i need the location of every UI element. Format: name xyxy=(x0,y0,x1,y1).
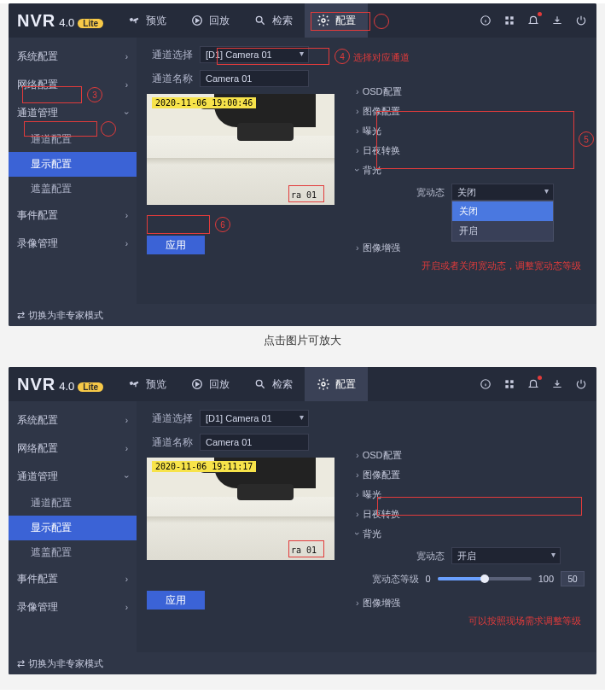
info-icon[interactable] xyxy=(479,14,492,27)
group-osd[interactable]: ›OSD配置 xyxy=(354,82,585,102)
sidebar-sub-channel-cfg[interactable]: 通道配置 xyxy=(9,491,137,516)
group-label: 图像增强 xyxy=(363,242,400,253)
apply-button[interactable]: 应用 xyxy=(147,236,205,254)
download-icon[interactable] xyxy=(550,14,564,27)
download-icon[interactable] xyxy=(550,377,564,391)
group-image-enhance[interactable]: ›图像增强 xyxy=(354,593,585,613)
svg-point-2 xyxy=(322,19,325,22)
titlebar: NVR 4.0 Lite 预览 回放 检索 配 xyxy=(9,367,596,401)
bell-icon[interactable] xyxy=(526,14,540,27)
wdr-level-slider[interactable] xyxy=(438,577,532,580)
slider-value[interactable]: 50 xyxy=(561,571,585,586)
tab-playback[interactable]: 回放 xyxy=(178,3,241,38)
tab-search[interactable]: 检索 xyxy=(241,367,305,401)
group-backlight[interactable]: ›背光 xyxy=(354,524,585,544)
tab-preview[interactable]: 预览 xyxy=(115,367,178,401)
group-daynight[interactable]: ›日夜转换 xyxy=(354,141,585,160)
group-label: 日夜转换 xyxy=(363,145,400,155)
brand-name: NVR xyxy=(17,11,55,31)
sidebar-item-label: 事件配置 xyxy=(17,208,58,223)
swap-icon: ⇄ xyxy=(17,310,23,321)
chevron-right-icon: › xyxy=(125,52,128,61)
wdr-level-slider-group: 0 100 50 xyxy=(426,571,585,586)
group-daynight[interactable]: ›日夜转换 xyxy=(354,505,585,524)
swap-icon: ⇄ xyxy=(17,658,23,669)
channel-select[interactable] xyxy=(200,46,309,63)
video-preview: 2020-11-06 19:00:46 ra 01 xyxy=(147,94,334,205)
sidebar-sub-display-cfg[interactable]: 显示配置 xyxy=(9,152,137,177)
power-icon[interactable] xyxy=(574,377,588,391)
sidebar-item-label: 系统配置 xyxy=(17,413,58,428)
chevron-right-icon: › xyxy=(125,603,128,612)
footer-toggle-mode[interactable]: ⇄ 切换为非专家模式 xyxy=(9,652,596,674)
sidebar-item-network[interactable]: 网络配置› xyxy=(9,435,137,463)
sidebar-item-event[interactable]: 事件配置› xyxy=(9,565,137,593)
sidebar-sub-mask-cfg[interactable]: 遮盖配置 xyxy=(9,177,137,201)
channel-name-input[interactable] xyxy=(200,434,309,451)
footer-label: 切换为非专家模式 xyxy=(28,309,103,322)
sidebar-sub-mask-cfg[interactable]: 遮盖配置 xyxy=(9,540,137,565)
chevron-down-icon: › xyxy=(122,475,131,478)
tab-settings[interactable]: 配置 xyxy=(305,367,368,401)
footer-toggle-mode[interactable]: ⇄ 切换为非专家模式 xyxy=(9,304,596,326)
group-exposure[interactable]: ›曝光 xyxy=(354,485,585,505)
group-image[interactable]: ›图像配置 xyxy=(354,102,585,121)
wdr-option-on[interactable]: 开启 xyxy=(452,221,553,241)
tab-search-label: 检索 xyxy=(272,14,293,28)
group-image[interactable]: ›图像配置 xyxy=(354,465,585,485)
wdr-select[interactable] xyxy=(451,547,561,564)
tab-playback[interactable]: 回放 xyxy=(178,367,241,401)
group-osd[interactable]: ›OSD配置 xyxy=(354,446,585,465)
grid-icon[interactable] xyxy=(503,14,516,27)
tab-settings-label: 配置 xyxy=(335,14,356,28)
sidebar-sub-channel-cfg[interactable]: 通道配置 xyxy=(9,127,137,152)
sidebar-item-label: 网络配置 xyxy=(17,441,58,456)
sidebar-item-network[interactable]: 网络配置› xyxy=(9,71,137,99)
sidebar-sub-display-cfg[interactable]: 显示配置 xyxy=(9,516,137,540)
group-label: 背光 xyxy=(363,165,381,175)
slider-knob[interactable] xyxy=(480,575,489,583)
group-backlight[interactable]: ›背光 xyxy=(354,160,585,180)
grid-icon[interactable] xyxy=(503,377,516,391)
wdr-option-off[interactable]: 关闭 xyxy=(452,201,553,221)
chevron-right-icon: › xyxy=(125,416,128,425)
power-icon[interactable] xyxy=(574,14,588,27)
top-tabs: 预览 回放 检索 配置 xyxy=(115,367,368,401)
info-icon[interactable] xyxy=(479,377,492,391)
sidebar: 系统配置› 网络配置› 通道管理› 通道配置 显示配置 遮盖配置 事件配置› 录… xyxy=(9,38,137,311)
brand: NVR 4.0 Lite xyxy=(14,11,103,31)
wdr-level-label: 宽动态等级 xyxy=(371,573,419,586)
tab-search[interactable]: 检索 xyxy=(241,3,305,38)
sidebar-item-system[interactable]: 系统配置› xyxy=(9,406,137,435)
sidebar-item-channel[interactable]: 通道管理› xyxy=(9,99,137,127)
sidebar-item-channel[interactable]: 通道管理› xyxy=(9,463,137,491)
wdr-dropdown[interactable]: 关闭 开启 xyxy=(451,184,554,201)
tab-preview-label: 预览 xyxy=(146,377,166,392)
wdr-level-hint-text: 可以按照现场需求调整等级 xyxy=(354,615,585,627)
tab-preview[interactable]: 预览 xyxy=(115,3,178,38)
gear-icon xyxy=(317,14,330,27)
image-settings-panel: ›OSD配置 ›图像配置 ›曝光 ›日夜转换 ›背光 宽动态 宽动态等级 xyxy=(354,446,585,627)
sidebar-item-label: 网络配置 xyxy=(17,78,58,92)
apply-button[interactable]: 应用 xyxy=(147,591,205,610)
sidebar-item-record[interactable]: 录像管理› xyxy=(9,593,137,621)
svg-point-10 xyxy=(322,382,325,386)
search-icon xyxy=(253,377,267,391)
channel-select-label: 通道选择 xyxy=(147,48,193,62)
sidebar-item-record[interactable]: 录像管理› xyxy=(9,230,137,258)
camera-icon xyxy=(127,377,141,391)
main-panel: 通道选择 通道名称 2020-11-06 19:00:46 ra 01 xyxy=(137,38,596,311)
channel-name-input[interactable] xyxy=(200,70,309,87)
sidebar-item-label: 通道管理 xyxy=(17,106,58,120)
wdr-select[interactable] xyxy=(451,184,554,201)
tab-settings[interactable]: 配置 xyxy=(305,3,368,38)
preview-camera-label: ra 01 xyxy=(291,190,317,200)
group-exposure[interactable]: ›曝光 xyxy=(354,121,585,141)
brand-name: NVR xyxy=(17,375,55,394)
channel-select[interactable] xyxy=(200,410,309,427)
sidebar-item-event[interactable]: 事件配置› xyxy=(9,201,137,230)
sidebar-item-system[interactable]: 系统配置› xyxy=(9,43,137,71)
bell-icon[interactable] xyxy=(526,377,540,391)
main-panel: 通道选择 通道名称 2020-11-06 19:11:17 ra 01 xyxy=(137,401,596,674)
group-label: OSD配置 xyxy=(363,86,402,96)
